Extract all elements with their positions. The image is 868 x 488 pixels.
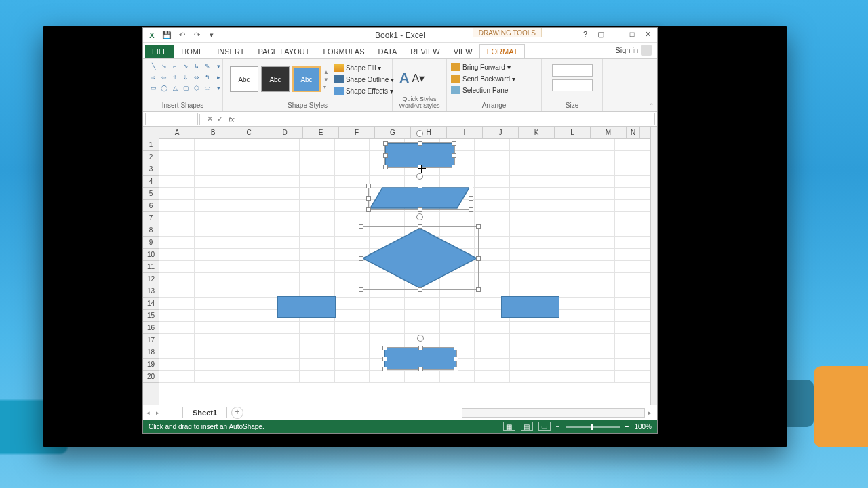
row-header[interactable]: 1 xyxy=(143,139,159,151)
tab-formulas[interactable]: FORMULAS xyxy=(316,45,371,58)
text-outline-icon[interactable]: A▾ xyxy=(412,72,425,85)
style-preset-1[interactable]: Abc xyxy=(230,66,258,92)
selection-pane-button[interactable]: Selection Pane xyxy=(451,85,537,95)
style-preset-2[interactable]: Abc xyxy=(261,66,290,92)
rotate-handle-icon[interactable] xyxy=(416,214,423,220)
row-header[interactable]: 20 xyxy=(143,371,159,383)
col-header[interactable]: A xyxy=(159,127,195,138)
fx-label[interactable]: fx xyxy=(229,115,239,123)
rotate-handle-icon[interactable] xyxy=(417,335,424,342)
add-sheet-button[interactable]: + xyxy=(231,407,243,419)
undo-icon[interactable]: ↶ xyxy=(176,30,187,41)
hscroll-right-icon[interactable]: ▸ xyxy=(645,409,654,416)
shape-more3-icon[interactable]: ▾ xyxy=(214,83,223,93)
row-header[interactable]: 13 xyxy=(143,285,159,298)
text-fill-icon[interactable]: A xyxy=(399,70,409,86)
shape-lrarrow-icon[interactable]: ⇔ xyxy=(192,73,201,82)
col-header[interactable]: B xyxy=(195,127,231,138)
bring-forward-button[interactable]: Bring Forward ▾ xyxy=(451,62,537,72)
col-header[interactable]: K xyxy=(519,127,555,138)
shape-more-icon[interactable]: ▾ xyxy=(214,62,223,71)
maximize-button[interactable]: □ xyxy=(625,28,639,40)
redo-icon[interactable]: ↷ xyxy=(191,30,202,41)
col-header[interactable]: M xyxy=(591,127,627,138)
height-input[interactable] xyxy=(552,64,593,77)
zoom-out-button[interactable]: − xyxy=(556,423,560,430)
enter-formula-icon[interactable]: ✓ xyxy=(217,115,223,123)
col-header[interactable]: G xyxy=(375,127,411,138)
row-header[interactable]: 19 xyxy=(143,359,159,371)
shape-larrow-icon[interactable]: ⇦ xyxy=(159,73,169,82)
row-header[interactable]: 8 xyxy=(143,224,159,237)
shape-bent-icon[interactable]: ↰ xyxy=(203,73,212,82)
col-header[interactable]: F xyxy=(339,127,375,138)
flowchart-process-shape[interactable] xyxy=(384,348,456,369)
sheet-nav-prev-icon[interactable]: ◂ xyxy=(143,409,153,416)
sheet-nav-next-icon[interactable]: ▸ xyxy=(153,409,162,416)
style-preset-3[interactable]: Abc xyxy=(292,66,321,92)
shape-rect-icon[interactable]: ▭ xyxy=(149,83,158,93)
row-header[interactable]: 17 xyxy=(143,334,159,346)
ribbon-options-button[interactable]: ▢ xyxy=(593,28,608,40)
col-header[interactable]: L xyxy=(555,127,591,138)
row-header[interactable]: 12 xyxy=(143,273,159,285)
flowchart-decision-shape[interactable] xyxy=(361,227,478,289)
shape-outline-button[interactable]: Shape Outline ▾ xyxy=(334,75,394,84)
rotate-handle-icon[interactable] xyxy=(416,173,423,180)
close-button[interactable]: ✕ xyxy=(640,28,655,40)
tab-review[interactable]: REVIEW xyxy=(403,45,446,58)
shape-rrect-icon[interactable]: ▢ xyxy=(181,83,191,93)
page-layout-view-button[interactable]: ▤ xyxy=(521,422,533,431)
row-header[interactable]: 15 xyxy=(143,310,159,322)
shape-cyl-icon[interactable]: ⬭ xyxy=(203,83,212,93)
row-header[interactable]: 7 xyxy=(143,212,159,224)
flowchart-data-shape[interactable] xyxy=(369,186,471,209)
shape-rarrow-icon[interactable]: ⇨ xyxy=(149,73,158,82)
tab-home[interactable]: HOME xyxy=(174,45,210,58)
row-header[interactable]: 10 xyxy=(143,249,159,261)
row-header[interactable]: 2 xyxy=(143,151,159,163)
shape-freeform-icon[interactable]: ✎ xyxy=(203,62,212,71)
send-backward-button[interactable]: Send Backward ▾ xyxy=(451,74,537,83)
excel-app-icon[interactable]: X xyxy=(146,30,157,41)
row-header[interactable]: 6 xyxy=(143,200,159,212)
shape-connector-icon[interactable]: ↳ xyxy=(192,62,201,71)
zoom-slider[interactable] xyxy=(566,426,620,428)
tab-view[interactable]: VIEW xyxy=(447,45,479,58)
zoom-in-button[interactable]: + xyxy=(625,423,629,430)
row-header[interactable]: 16 xyxy=(143,322,159,334)
tab-page-layout[interactable]: PAGE LAYOUT xyxy=(251,45,316,58)
col-header[interactable]: J xyxy=(483,127,519,138)
row-header[interactable]: 11 xyxy=(143,261,159,273)
zoom-level[interactable]: 100% xyxy=(634,423,652,430)
name-box[interactable] xyxy=(145,113,198,125)
title-bar[interactable]: X 💾 ↶ ↷ ▾ Book1 - Excel DRAWING TOOLS ? … xyxy=(143,28,657,43)
col-header[interactable]: N xyxy=(627,127,640,138)
qat-more-icon[interactable]: ▾ xyxy=(206,30,217,41)
row-header[interactable]: 9 xyxy=(143,237,159,249)
col-header[interactable]: C xyxy=(231,127,267,138)
sign-in[interactable]: Sign in xyxy=(615,45,652,56)
shape-oval-icon[interactable]: ◯ xyxy=(159,83,169,93)
row-header[interactable]: 4 xyxy=(143,176,159,188)
gallery-down-icon[interactable]: ▼ xyxy=(323,77,329,83)
sheet-tab[interactable]: Sheet1 xyxy=(182,407,227,418)
shape-hex-icon[interactable]: ⬡ xyxy=(192,83,201,93)
collapse-ribbon-icon[interactable]: ⌃ xyxy=(648,102,654,110)
flowchart-process-shape[interactable] xyxy=(385,143,454,167)
tab-format[interactable]: FORMAT xyxy=(479,44,526,58)
col-header[interactable]: E xyxy=(303,127,339,138)
shape-curve-icon[interactable]: ∿ xyxy=(181,62,191,71)
row-header[interactable]: 18 xyxy=(143,346,159,359)
row-header[interactable]: 14 xyxy=(143,298,159,310)
tab-data[interactable]: DATA xyxy=(372,45,404,58)
shape-arrow-icon[interactable]: ↘ xyxy=(159,62,169,71)
row-header[interactable]: 3 xyxy=(143,163,159,176)
shape-effects-button[interactable]: Shape Effects ▾ xyxy=(334,86,394,96)
gallery-up-icon[interactable]: ▲ xyxy=(323,69,329,75)
col-header[interactable]: I xyxy=(447,127,483,138)
width-input[interactable] xyxy=(552,79,593,92)
gallery-more-icon[interactable]: ▾ xyxy=(323,84,329,90)
rotate-handle-icon[interactable] xyxy=(416,130,423,137)
save-icon[interactable]: 💾 xyxy=(161,30,172,41)
